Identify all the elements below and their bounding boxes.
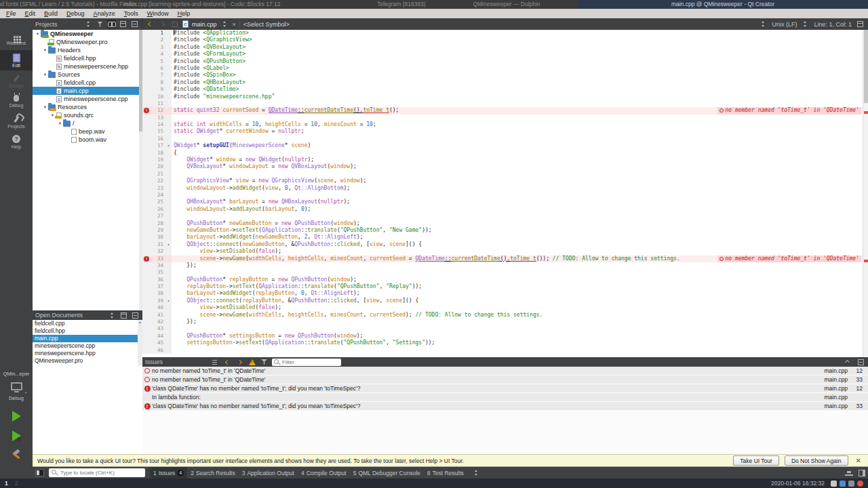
issue-row[interactable]: no member named 'toTime_t' in 'QDateTime…: [142, 375, 868, 384]
output-pane-test-results[interactable]: 8Test Results: [424, 467, 467, 479]
project-tree[interactable]: ▾QMinesweeperQMinesweeper.pro▾Headershfi…: [33, 30, 142, 310]
menu-edit[interactable]: Edit: [25, 10, 36, 17]
tree-item[interactable]: ▾Sources: [33, 70, 142, 79]
close-panel-icon[interactable]: [130, 20, 139, 28]
issue-row[interactable]: !'class QDateTime' has no member named '…: [142, 402, 868, 411]
issue-row[interactable]: !'class QDateTime' has no member named '…: [142, 384, 868, 393]
show-warnings-icon[interactable]: [248, 358, 256, 367]
lineending-selector-icon[interactable]: [801, 20, 810, 28]
close-panel-icon[interactable]: [131, 311, 140, 320]
workspace-2[interactable]: 2: [15, 480, 18, 487]
code-text[interactable]: settingsButton->setText(QApplication::tr…: [172, 340, 868, 346]
close-pane-icon[interactable]: [856, 358, 865, 367]
menu-debug[interactable]: Debug: [66, 10, 85, 17]
menu-help[interactable]: Help: [178, 10, 191, 17]
run-button[interactable]: [12, 411, 21, 422]
open-documents-list[interactable]: fieldcell.cppfieldcell.hppmain.cppminesw…: [33, 320, 142, 454]
back-icon[interactable]: [146, 20, 155, 28]
open-document-item[interactable]: main.cpp: [33, 335, 142, 342]
code-text[interactable]: [172, 100, 868, 107]
code-text[interactable]: view->setDisabled(false);: [172, 304, 868, 311]
tree-item[interactable]: QMinesweeper.pro: [33, 38, 142, 46]
expander-icon[interactable]: ▾: [42, 104, 48, 110]
tree-item[interactable]: beep.wav: [33, 127, 142, 136]
tree-item[interactable]: cfieldcell.cpp: [33, 79, 142, 87]
previous-issue-icon[interactable]: [223, 358, 232, 367]
menu-tools[interactable]: Tools: [124, 10, 138, 17]
output-pane-search-results[interactable]: 2Search Results: [187, 467, 238, 479]
code-text[interactable]: #include <QLabel>: [172, 65, 868, 72]
code-text[interactable]: view->setDisabled(false);: [172, 248, 868, 255]
code-text[interactable]: [172, 213, 868, 220]
code-text[interactable]: [172, 192, 868, 199]
mode-debug[interactable]: Debug: [0, 91, 33, 111]
tree-item[interactable]: ▾Headers: [33, 46, 142, 54]
toggle-sidebar-icon[interactable]: [35, 469, 44, 476]
clock[interactable]: 2020-01-06 16:32:32: [771, 480, 825, 487]
output-pane-issues[interactable]: 1Issues4: [150, 467, 187, 479]
open-document-item[interactable]: mineswepeerscene.cpp: [33, 342, 142, 350]
next-issue-icon[interactable]: [235, 358, 244, 367]
output-pane-qml-debugger-console[interactable]: 5QML Debugger Console: [350, 467, 424, 479]
window-title-active[interactable]: main.cpp @ QMinesweeper - Qt Creator: [578, 0, 868, 9]
editor-scrollbar-thumb[interactable]: [864, 30, 868, 103]
mode-help[interactable]: Help: [0, 131, 33, 152]
menu-file[interactable]: File: [6, 10, 16, 17]
code-text[interactable]: #include "mineswepeerscene.hpp": [172, 94, 868, 100]
menu-build[interactable]: Build: [44, 10, 58, 17]
code-text[interactable]: [172, 115, 868, 121]
menu-analyze[interactable]: Analyze: [94, 10, 115, 17]
workspace-1[interactable]: 1: [5, 480, 8, 487]
split-editor-icon[interactable]: [856, 20, 865, 28]
code-text[interactable]: });: [172, 262, 868, 269]
code-text[interactable]: QPushButton* settingsButton = new QPushB…: [172, 333, 868, 340]
locator-input[interactable]: [60, 470, 142, 476]
close-document-icon[interactable]: [170, 20, 179, 28]
collapse-pane-icon[interactable]: [843, 358, 852, 367]
build-button[interactable]: [10, 449, 22, 462]
expander-icon[interactable]: ▾: [57, 121, 63, 126]
tree-item[interactable]: cmineswepeerscene.cpp: [33, 95, 142, 103]
code-text[interactable]: #include <QDateTime>: [172, 86, 868, 93]
code-text[interactable]: #include <QPushButton>: [172, 58, 868, 65]
code-text[interactable]: static int widthCells = 10, heightCells …: [172, 121, 868, 128]
mode-edit[interactable]: Edit: [0, 50, 33, 70]
expander-icon[interactable]: ▾: [35, 31, 41, 37]
code-editor[interactable]: 1#include <QApplication>2#include <QGrap…: [142, 30, 868, 357]
code-text[interactable]: [172, 325, 868, 332]
code-text[interactable]: windowLayout->addLayout(barLayout, 0);: [172, 206, 868, 213]
category-filter-icon[interactable]: [260, 358, 269, 367]
code-text[interactable]: static QWidget* currentWindow = nullptr;: [172, 128, 868, 135]
code-text[interactable]: replayButton->setText(QApplication::tran…: [172, 283, 868, 290]
issue-row[interactable]: In lambda function:main.cpp: [142, 393, 868, 402]
tree-item[interactable]: hmineswepeerscene.hpp: [33, 62, 142, 70]
fold-marker-icon[interactable]: ▾: [165, 142, 172, 149]
code-text[interactable]: windowLayout->addWidget(view, 0, Qt::Ali…: [172, 185, 868, 192]
mode-projects[interactable]: Projects: [0, 111, 33, 131]
kit-selector-icon[interactable]: [11, 382, 22, 390]
output-window-icon[interactable]: [845, 470, 853, 476]
code-text[interactable]: newGameButton->setText(QApplication::tra…: [172, 227, 868, 234]
window-title[interactable]: QMinesweeper — Dolphin: [473, 0, 540, 9]
tree-item[interactable]: boom.wav: [33, 136, 142, 144]
window-title[interactable]: main.cpp [learning-sprites-and-textures]…: [123, 0, 280, 9]
tree-item[interactable]: cmain.cpp: [33, 87, 142, 95]
tree-item[interactable]: ▾QMinesweeper: [33, 30, 142, 38]
close-tab-icon[interactable]: ×: [233, 21, 236, 28]
code-text[interactable]: [172, 347, 868, 354]
sort-icon[interactable]: [211, 358, 220, 367]
code-text[interactable]: {: [172, 150, 868, 157]
code-text[interactable]: [172, 171, 868, 178]
editor-tab-label[interactable]: main.cpp: [192, 21, 217, 28]
open-document-item[interactable]: fieldcell.cpp: [33, 320, 142, 327]
code-text[interactable]: [172, 269, 868, 276]
take-ui-tour-button[interactable]: Take UI Tour: [733, 455, 779, 466]
sync-with-editor-icon[interactable]: [107, 20, 116, 28]
code-text[interactable]: #include <QApplication>: [172, 30, 868, 37]
code-text[interactable]: QObject::connect(newGameButton, &QPushBu…: [172, 241, 868, 248]
code-text[interactable]: #include <QVBoxLayout>: [172, 44, 868, 51]
code-text[interactable]: #include <QFormLayout>: [172, 51, 868, 58]
code-text[interactable]: });: [172, 319, 868, 325]
tray-telegram-icon[interactable]: [840, 481, 846, 487]
fold-marker-icon[interactable]: ▾: [165, 241, 172, 248]
